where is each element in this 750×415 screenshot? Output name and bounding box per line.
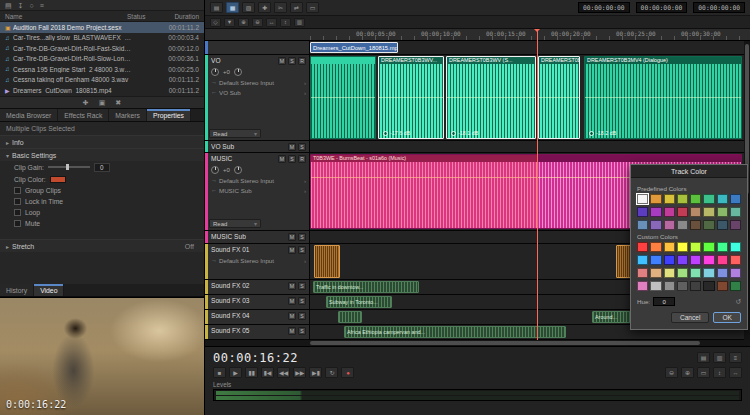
color-swatch[interactable] bbox=[664, 242, 675, 252]
track-lane[interactable]: DREAMERST0B3WV...-17.6 dBDREAMERST0B3WV … bbox=[310, 55, 750, 140]
media-browser-icon[interactable]: ▤ bbox=[5, 2, 12, 9]
volume-knob[interactable] bbox=[211, 68, 219, 76]
color-swatch[interactable] bbox=[730, 255, 741, 265]
color-swatch[interactable] bbox=[650, 207, 661, 217]
track-mute-button[interactable]: M bbox=[288, 297, 296, 305]
color-swatch[interactable] bbox=[703, 255, 714, 265]
go-to-end-button[interactable]: ▶▮ bbox=[309, 367, 322, 378]
color-swatch[interactable] bbox=[650, 220, 661, 230]
fast-forward-button[interactable]: ▶▶ bbox=[293, 367, 306, 378]
tab-markers[interactable]: Markers bbox=[109, 109, 147, 121]
pause-button[interactable]: ▮▮ bbox=[245, 367, 258, 378]
file-row[interactable]: ♫Cessna 195 Engine Start_2 48000 3.wav00… bbox=[0, 64, 204, 75]
clip[interactable] bbox=[338, 311, 362, 323]
zoom-out-time-button[interactable]: ⊖ bbox=[252, 18, 263, 27]
delete-icon[interactable]: ✖ bbox=[115, 99, 121, 106]
mixer-icon[interactable]: ▥ bbox=[713, 352, 726, 363]
color-swatch[interactable] bbox=[703, 194, 714, 204]
section-stretch[interactable]: ▸ Stretch Off bbox=[0, 239, 204, 252]
track-solo-button[interactable]: S bbox=[298, 143, 306, 151]
waveform-view-button[interactable]: ▤ bbox=[210, 2, 223, 13]
track-header-sound-fx-02[interactable]: Sound FX 02MS bbox=[205, 280, 310, 294]
color-swatch[interactable] bbox=[703, 281, 714, 291]
color-swatch[interactable] bbox=[650, 268, 661, 278]
clip[interactable]: Africa Ethiopia campervan and... bbox=[344, 326, 566, 338]
horizontal-scrollbar[interactable] bbox=[205, 340, 750, 347]
zoom-vertical-button[interactable]: ↕ bbox=[713, 367, 726, 378]
track-lane[interactable] bbox=[310, 141, 750, 152]
file-row[interactable]: ♫Car-Tire-DB-Gravel-Dirt-Roll-Fast-Skid … bbox=[0, 43, 204, 54]
column-status[interactable]: Status bbox=[127, 13, 157, 20]
color-swatch[interactable] bbox=[637, 207, 648, 217]
fit-timeline-button[interactable]: ↔ bbox=[266, 18, 277, 27]
color-swatch[interactable] bbox=[664, 255, 675, 265]
color-swatch[interactable] bbox=[677, 255, 688, 265]
color-swatch[interactable] bbox=[650, 242, 661, 252]
section-basic-settings[interactable]: ▾ Basic Settings bbox=[0, 148, 204, 161]
panel-menu-icon[interactable]: ≡ bbox=[40, 2, 44, 9]
track-mute-button[interactable]: M bbox=[288, 143, 296, 151]
clip[interactable]: Traffic in downtow... bbox=[313, 281, 419, 293]
color-swatch[interactable] bbox=[690, 255, 701, 265]
track-header-sound-fx-01[interactable]: Sound FX 01MS→Default Stereo Input› bbox=[205, 244, 310, 279]
ok-button[interactable]: OK bbox=[713, 312, 741, 323]
track-solo-button[interactable]: S bbox=[298, 327, 306, 335]
track-mute-button[interactable]: M bbox=[288, 312, 296, 320]
color-swatch[interactable] bbox=[690, 281, 701, 291]
color-swatch[interactable] bbox=[703, 207, 714, 217]
color-swatch[interactable] bbox=[717, 207, 728, 217]
time-selection-tool-button[interactable]: ▭ bbox=[306, 2, 319, 13]
color-swatch[interactable] bbox=[650, 255, 661, 265]
color-swatch[interactable] bbox=[650, 281, 661, 291]
clip[interactable] bbox=[314, 245, 340, 278]
search-icon[interactable]: ○ bbox=[30, 2, 34, 9]
color-swatch[interactable] bbox=[664, 207, 675, 217]
color-swatch[interactable] bbox=[717, 255, 728, 265]
color-swatch[interactable] bbox=[717, 242, 728, 252]
loop-playback-button[interactable]: ↻ bbox=[325, 367, 338, 378]
hscrollbar-thumb[interactable] bbox=[310, 341, 700, 345]
zoom-in-time-button[interactable]: ⊕ bbox=[238, 18, 249, 27]
clip[interactable]: Dreamers_CutDown_180815.mp4 bbox=[310, 42, 398, 53]
automation-mode-dropdown[interactable]: Read▾ bbox=[209, 129, 261, 138]
snapping-toggle-button[interactable]: ◇ bbox=[210, 18, 221, 27]
track-solo-button[interactable]: S bbox=[298, 233, 306, 241]
timeline-ruler[interactable]: 00:00:05:0000:00:10:0000:00:15:0000:00:2… bbox=[205, 29, 750, 41]
reset-color-icon[interactable]: ↺ bbox=[735, 298, 741, 305]
color-swatch[interactable] bbox=[677, 281, 688, 291]
color-swatch[interactable] bbox=[664, 194, 675, 204]
color-swatch[interactable] bbox=[730, 194, 741, 204]
zoom-selection-button[interactable]: ▭ bbox=[697, 367, 710, 378]
color-swatch[interactable] bbox=[717, 194, 728, 204]
section-info[interactable]: ▸ Info bbox=[0, 135, 204, 148]
checkbox[interactable] bbox=[14, 220, 21, 227]
file-row[interactable]: ▣Audition Fall 2018 Demo Project.sesx00:… bbox=[0, 22, 204, 33]
clip[interactable]: Subway in Toronto... bbox=[326, 296, 392, 308]
checkbox-row-loop[interactable]: Loop bbox=[0, 207, 204, 218]
track-header-vo-sub[interactable]: VO SubMS bbox=[205, 141, 310, 152]
clip-gain-knob[interactable] bbox=[589, 131, 594, 136]
multitrack-view-button[interactable]: ▦ bbox=[226, 2, 239, 13]
track-mute-button[interactable]: M bbox=[278, 57, 286, 65]
file-row[interactable]: ▶Dreamers_CutDown_180815.mp400:01:11.2 bbox=[0, 85, 204, 96]
track-solo-button[interactable]: S bbox=[288, 155, 296, 163]
clip-gain-value[interactable]: 0 bbox=[94, 163, 110, 172]
track-mute-button[interactable]: M bbox=[288, 233, 296, 241]
tab-properties[interactable]: Properties bbox=[147, 109, 191, 121]
color-swatch[interactable] bbox=[664, 281, 675, 291]
volume-knob[interactable] bbox=[211, 166, 219, 174]
track-header-music-sub[interactable]: MUSIC SubMS bbox=[205, 231, 310, 243]
track-lane[interactable]: Dreamers_CutDown_180815.mp4 bbox=[310, 41, 750, 54]
file-row[interactable]: ♫Car-Tires...ally slow_BLASTWAVEFX_09091… bbox=[0, 33, 204, 44]
color-swatch[interactable] bbox=[664, 268, 675, 278]
track-header-vo[interactable]: VOMSR+0→Default Stereo Input›←VO Sub›Rea… bbox=[205, 55, 310, 140]
track-header-video[interactable] bbox=[205, 41, 310, 54]
color-swatch[interactable] bbox=[703, 242, 714, 252]
add-marker-button[interactable]: ▼ bbox=[224, 18, 235, 27]
checkbox-row-mute[interactable]: Mute bbox=[0, 218, 204, 229]
clip-gain-slider[interactable] bbox=[48, 166, 90, 168]
playhead[interactable] bbox=[537, 29, 538, 340]
color-swatch[interactable] bbox=[677, 220, 688, 230]
track-solo-button[interactable]: S bbox=[298, 312, 306, 320]
track-mute-button[interactable]: M bbox=[288, 282, 296, 290]
